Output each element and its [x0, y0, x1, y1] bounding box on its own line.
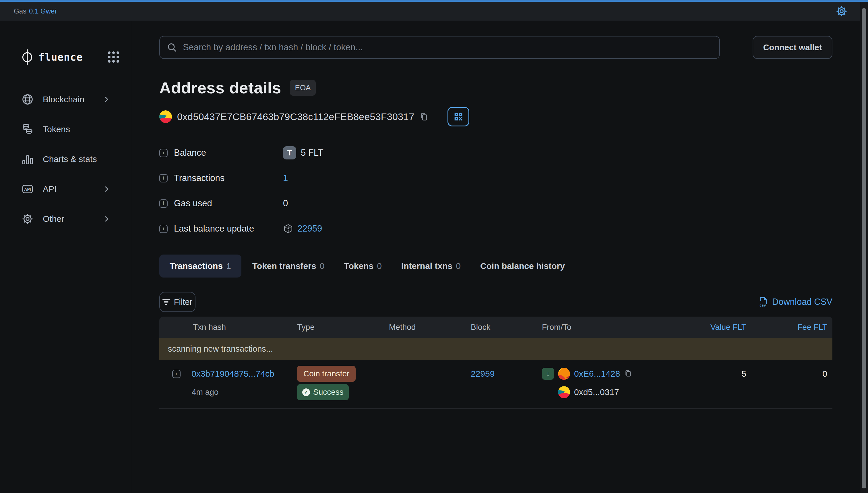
in-direction-icon — [542, 368, 554, 380]
gas-used-value: 0 — [283, 198, 288, 209]
last-balance-update-row: Last balance update 22959 — [159, 216, 832, 241]
fluence-logo-icon[interactable] — [21, 49, 34, 65]
search-input[interactable] — [183, 42, 712, 52]
scrollbar-thumb[interactable] — [862, 8, 866, 488]
balance-value: 5 FLT — [301, 148, 323, 158]
col-header-method: Method — [389, 323, 471, 332]
gas-value: 0.1 Gwei — [29, 7, 56, 15]
sidebar: fluence Blockchain — [0, 21, 131, 493]
col-header-from-to: From/To — [542, 323, 672, 332]
transactions-row: Transactions 1 — [159, 166, 832, 191]
check-circle-icon — [302, 388, 310, 396]
globe-icon — [22, 93, 33, 105]
sidebar-item-charts-stats[interactable]: Charts & stats — [0, 151, 131, 168]
col-header-fee[interactable]: Fee FLT — [746, 323, 832, 332]
chevron-right-icon — [103, 215, 110, 223]
tx-status-badge: Success — [297, 384, 349, 400]
address-type-badge: EOA — [290, 80, 316, 96]
sidebar-item-label: Other — [43, 214, 64, 224]
to-address[interactable]: 0xd5...0317 — [574, 387, 619, 397]
tx-value: 5 — [672, 369, 746, 379]
table-header: Txn hash Type Method Block From/To Value… — [159, 317, 832, 338]
info-hint-icon[interactable] — [159, 149, 168, 157]
sidebar-item-label: Tokens — [43, 124, 70, 134]
svg-text:csv: csv — [759, 303, 766, 307]
from-avatar — [558, 368, 570, 380]
last-balance-update-label: Last balance update — [174, 223, 283, 234]
block-link[interactable]: 22959 — [471, 369, 495, 378]
token-logo: T — [283, 146, 296, 159]
info-hint-icon[interactable] — [159, 199, 168, 208]
sidebar-item-api[interactable]: API API — [0, 180, 131, 198]
tab-tokens[interactable]: Tokens 0 — [335, 255, 390, 278]
sidebar-item-label: Blockchain — [43, 94, 84, 104]
gear-icon — [22, 213, 33, 225]
col-header-value[interactable]: Value FLT — [672, 323, 746, 332]
sidebar-item-label: Charts & stats — [43, 154, 97, 164]
address-avatar — [159, 110, 172, 123]
qr-code-button[interactable] — [448, 107, 469, 126]
tx-info-hint-icon[interactable] — [172, 370, 181, 378]
last-balance-block-link[interactable]: 22959 — [297, 223, 322, 234]
top-loading-bar — [0, 0, 868, 2]
copy-from-address-icon[interactable] — [624, 369, 632, 378]
tab-token-transfers[interactable]: Token transfers 0 — [244, 255, 333, 278]
tab-coin-balance-history[interactable]: Coin balance history — [472, 255, 573, 278]
gas-tracker[interactable]: Gas 0.1 Gwei — [14, 7, 56, 15]
search-bar[interactable] — [159, 36, 720, 59]
to-avatar — [558, 386, 570, 398]
scanning-banner: scanning new transactions... — [159, 338, 832, 360]
search-icon — [167, 42, 177, 52]
topbar: Gas 0.1 Gwei — [0, 0, 860, 21]
tx-fee: 0 — [746, 369, 832, 379]
col-header-block: Block — [471, 323, 542, 332]
page-title: Address details — [159, 79, 281, 97]
tab-count: 0 — [377, 261, 382, 271]
info-hint-icon[interactable] — [159, 225, 168, 233]
tab-transactions[interactable]: Transactions 1 — [159, 255, 242, 278]
from-address-link[interactable]: 0xE6...1428 — [574, 369, 620, 379]
filter-icon — [162, 299, 170, 305]
gas-label: Gas — [14, 7, 26, 15]
tab-bar: Transactions 1 Token transfers 0 Tokens … — [159, 255, 832, 278]
tab-count: 0 — [456, 261, 461, 271]
filter-button[interactable]: Filter — [159, 292, 196, 312]
apps-grid-icon[interactable] — [108, 51, 119, 63]
tab-internal-txns[interactable]: Internal txns 0 — [393, 255, 469, 278]
page-scrollbar[interactable] — [860, 0, 868, 493]
gas-used-row: Gas used 0 — [159, 191, 832, 216]
balance-label: Balance — [174, 148, 283, 158]
csv-file-icon: csv — [758, 296, 769, 308]
sidebar-item-label: API — [43, 184, 56, 194]
settings-gear-icon[interactable] — [836, 5, 847, 17]
chevron-right-icon — [103, 185, 110, 193]
connect-wallet-button[interactable]: Connect wallet — [753, 36, 832, 59]
txn-hash-link[interactable]: 0x3b71904875...74cb — [191, 369, 274, 379]
tx-type-badge: Coin transfer — [297, 366, 356, 382]
transactions-table: Txn hash Type Method Block From/To Value… — [159, 317, 832, 409]
sidebar-item-blockchain[interactable]: Blockchain — [0, 91, 131, 108]
info-hint-icon[interactable] — [159, 174, 168, 183]
tab-count: 0 — [320, 261, 325, 271]
svg-text:API: API — [24, 187, 31, 192]
transactions-label: Transactions — [174, 173, 283, 183]
api-icon: API — [22, 183, 33, 195]
brand-name[interactable]: fluence — [39, 51, 83, 63]
bar-chart-icon — [22, 153, 33, 165]
copy-address-icon[interactable] — [419, 111, 429, 122]
address-hash[interactable]: 0xd50437E7CB67463b79C38c112eFEB8ee53F303… — [177, 111, 414, 122]
col-header-type: Type — [297, 323, 389, 332]
block-cube-icon — [283, 223, 293, 234]
col-header-txn-hash: Txn hash — [159, 323, 297, 332]
gas-used-label: Gas used — [174, 198, 283, 209]
tab-count: 1 — [226, 261, 231, 271]
sidebar-item-other[interactable]: Other — [0, 210, 131, 228]
transactions-count-link[interactable]: 1 — [283, 173, 288, 183]
sidebar-item-tokens[interactable]: Tokens — [0, 121, 131, 138]
download-csv-link[interactable]: csv Download CSV — [758, 296, 832, 308]
balance-row: Balance T 5 FLT — [159, 140, 832, 166]
table-row: 0x3b71904875...74cb Coin transfer 22959 — [159, 360, 832, 409]
chevron-right-icon — [103, 96, 110, 103]
tx-age: 4m ago — [159, 388, 297, 397]
coins-icon — [22, 123, 33, 135]
